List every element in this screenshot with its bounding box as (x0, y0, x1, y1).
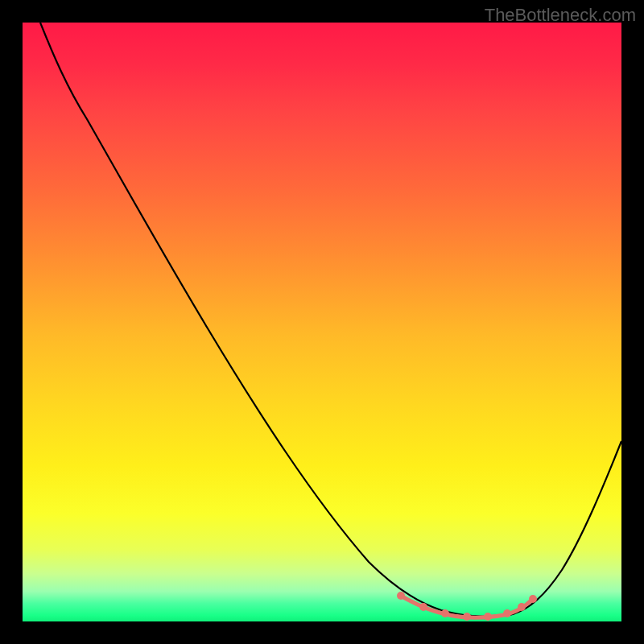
marker-dot (503, 609, 511, 617)
plot-area (23, 23, 621, 621)
marker-dot (441, 609, 449, 617)
marker-dot (484, 613, 492, 621)
marker-dot (397, 592, 405, 600)
chart-svg (23, 23, 621, 621)
watermark-text: TheBottleneck.com (485, 5, 636, 26)
marker-dot (518, 603, 526, 611)
bottleneck-curve (40, 23, 621, 617)
marker-dot (419, 603, 427, 611)
marker-dot (463, 613, 471, 621)
marker-dot (529, 595, 537, 603)
